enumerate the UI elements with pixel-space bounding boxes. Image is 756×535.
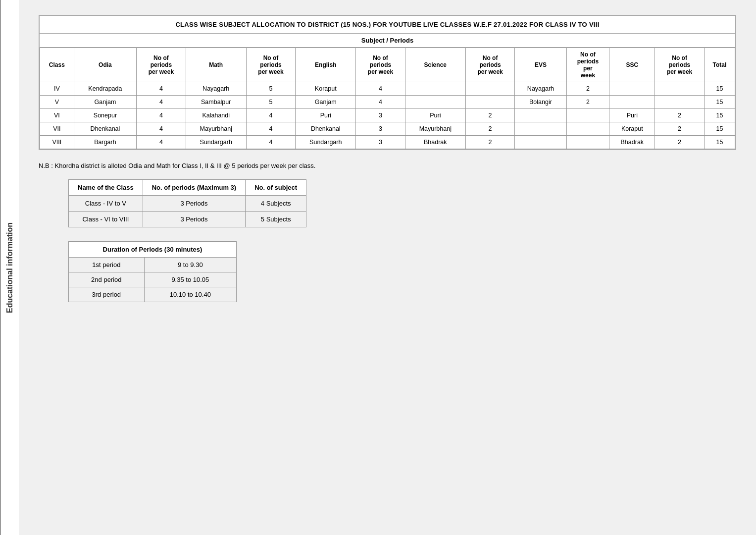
- cell-english-periods: 3: [356, 109, 405, 122]
- cell-class: VII: [40, 122, 74, 136]
- duration-title: Duration of Periods (30 minutes): [69, 242, 237, 258]
- cell-science: Bhadrak: [405, 136, 465, 149]
- info-table: Name of the Class No. of periods (Maximu…: [68, 179, 306, 227]
- cell-science: [405, 82, 465, 96]
- col-science-periods: No ofperiodsper week: [465, 48, 515, 82]
- col-odia-periods: No ofperiodsper week: [137, 48, 186, 82]
- cell-ssc-periods: [655, 82, 705, 96]
- cell-math: Sundargarh: [186, 136, 246, 149]
- cell-science: Puri: [405, 109, 465, 122]
- main-table: Class Odia No ofperiodsper week Math No …: [40, 48, 735, 149]
- cell-ssc: Bhadrak: [609, 136, 655, 149]
- cell-evs: [515, 122, 566, 136]
- info-cell-periods: 3 Periods: [143, 212, 245, 227]
- info-cell-class: Class - IV to V: [69, 196, 143, 212]
- cell-ssc: [609, 82, 655, 96]
- cell-science: Mayurbhanj: [405, 122, 465, 136]
- col-math: Math: [186, 48, 246, 82]
- cell-odia: Kendrapada: [74, 82, 136, 96]
- cell-evs: Bolangir: [515, 96, 566, 109]
- cell-odia-periods: 4: [137, 96, 186, 109]
- cell-total: 15: [704, 136, 735, 149]
- cell-ssc-periods: 2: [655, 136, 705, 149]
- cell-odia-periods: 4: [137, 109, 186, 122]
- cell-science-periods: [465, 96, 515, 109]
- col-evs-periods: No ofperiodsperweek: [566, 48, 609, 82]
- cell-math-periods: 4: [246, 136, 296, 149]
- duration-title-row: Duration of Periods (30 minutes): [69, 242, 237, 258]
- cell-odia: Sonepur: [74, 109, 136, 122]
- cell-evs: [515, 136, 566, 149]
- table-row: VI Sonepur 4 Kalahandi 4 Puri 3 Puri 2 P…: [40, 109, 735, 122]
- cell-science: [405, 96, 465, 109]
- duration-table: Duration of Periods (30 minutes) 1st per…: [68, 241, 237, 302]
- cell-odia: Dhenkanal: [74, 122, 136, 136]
- sidebar-text: Educational information: [5, 222, 14, 313]
- cell-class: IV: [40, 82, 74, 96]
- duration-row: 2nd period 9.35 to 10.05: [69, 272, 237, 287]
- info-table-wrap: Name of the Class No. of periods (Maximu…: [68, 179, 736, 227]
- cell-class: V: [40, 96, 74, 109]
- cell-ssc-periods: 2: [655, 109, 705, 122]
- cell-ssc-periods: [655, 96, 705, 109]
- cell-evs-periods: 2: [566, 96, 609, 109]
- col-english: English: [296, 48, 356, 82]
- col-ssc-periods: No ofperiodsper week: [655, 48, 705, 82]
- duration-time: 9 to 9.30: [144, 258, 236, 272]
- duration-time: 10.10 to 10.40: [144, 287, 236, 302]
- sidebar-label: Educational information: [0, 0, 19, 535]
- col-math-periods: No ofperiodsper week: [246, 48, 296, 82]
- col-total: Total: [704, 48, 735, 82]
- cell-english-periods: 3: [356, 136, 405, 149]
- cell-science-periods: [465, 82, 515, 96]
- duration-row: 3rd period 10.10 to 10.40: [69, 287, 237, 302]
- col-evs: EVS: [515, 48, 566, 82]
- cell-math: Mayurbhanj: [186, 122, 246, 136]
- main-table-box: CLASS WISE SUBJECT ALLOCATION TO DISTRIC…: [39, 15, 736, 150]
- col-science: Science: [405, 48, 465, 82]
- info-table-row: Class - VI to VIII 3 Periods 5 Subjects: [69, 212, 306, 227]
- info-col-periods: No. of periods (Maximum 3): [143, 180, 245, 196]
- cell-odia-periods: 4: [137, 122, 186, 136]
- col-english-periods: No ofperiodsper week: [356, 48, 405, 82]
- note-text: N.B : Khordha district is alloted Odia a…: [39, 162, 736, 169]
- cell-total: 15: [704, 122, 735, 136]
- info-col-class: Name of the Class: [69, 180, 143, 196]
- cell-english-periods: 3: [356, 122, 405, 136]
- info-cell-periods: 3 Periods: [143, 196, 245, 212]
- cell-english-periods: 4: [356, 82, 405, 96]
- cell-odia-periods: 4: [137, 136, 186, 149]
- main-table-header-row: Class Odia No ofperiodsper week Math No …: [40, 48, 735, 82]
- duration-row: 1st period 9 to 9.30: [69, 258, 237, 272]
- cell-ssc-periods: 2: [655, 122, 705, 136]
- cell-total: 15: [704, 82, 735, 96]
- col-ssc: SSC: [609, 48, 655, 82]
- info-table-row: Class - IV to V 3 Periods 4 Subjects: [69, 196, 306, 212]
- cell-odia-periods: 4: [137, 82, 186, 96]
- cell-english: Dhenkanal: [296, 122, 356, 136]
- table-row: IV Kendrapada 4 Nayagarh 5 Koraput 4 Nay…: [40, 82, 735, 96]
- cell-english: Ganjam: [296, 96, 356, 109]
- cell-evs-periods: [566, 136, 609, 149]
- cell-class: VI: [40, 109, 74, 122]
- info-cell-class: Class - VI to VIII: [69, 212, 143, 227]
- table-row: VIII Bargarh 4 Sundargarh 4 Sundargarh 3…: [40, 136, 735, 149]
- duration-period: 3rd period: [69, 287, 145, 302]
- cell-english-periods: 4: [356, 96, 405, 109]
- cell-total: 15: [704, 96, 735, 109]
- cell-math-periods: 5: [246, 82, 296, 96]
- cell-evs-periods: [566, 109, 609, 122]
- table-row: VII Dhenkanal 4 Mayurbhanj 4 Dhenkanal 3…: [40, 122, 735, 136]
- cell-odia: Ganjam: [74, 96, 136, 109]
- subject-periods-header: Subject / Periods: [40, 34, 735, 48]
- info-col-subjects: No. of subject: [246, 180, 306, 196]
- cell-math: Sambalpur: [186, 96, 246, 109]
- cell-ssc: [609, 96, 655, 109]
- table-row: V Ganjam 4 Sambalpur 5 Ganjam 4 Bolangir…: [40, 96, 735, 109]
- info-cell-subjects: 5 Subjects: [246, 212, 306, 227]
- cell-english: Koraput: [296, 82, 356, 96]
- info-cell-subjects: 4 Subjects: [246, 196, 306, 212]
- cell-math: Kalahandi: [186, 109, 246, 122]
- info-table-header: Name of the Class No. of periods (Maximu…: [69, 180, 306, 196]
- cell-math-periods: 5: [246, 96, 296, 109]
